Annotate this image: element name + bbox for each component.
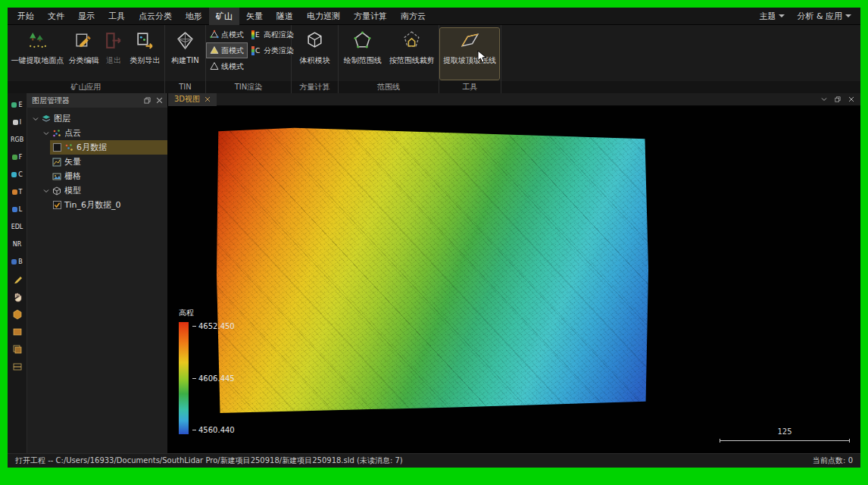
- extract-ground-points-button[interactable]: 一键提取地面点: [8, 27, 67, 81]
- slice-box-icon: [12, 361, 23, 372]
- tin-june-checkbox[interactable]: [53, 201, 61, 209]
- elevation-render-button[interactable]: E 高程渲染: [248, 27, 290, 42]
- strip-item-rgb[interactable]: RGB: [8, 132, 27, 148]
- viewport-3d[interactable]: 高程 4652.450 4606.445 4560.440 125: [168, 106, 860, 453]
- strip-label: EDL: [11, 224, 23, 230]
- box-tool-button-4[interactable]: [8, 358, 27, 374]
- tree-item-label: Tin_6月数据_0: [64, 199, 120, 211]
- strip-item-b[interactable]: B: [8, 254, 27, 270]
- class-render-label: 分类渲染: [264, 45, 294, 56]
- ribbon-group-tin-render: 点模式 面模式 线模式: [206, 25, 292, 93]
- theme-dropdown[interactable]: 主题: [759, 11, 785, 22]
- strip-label: L: [19, 206, 22, 213]
- strip-label: T: [19, 189, 23, 196]
- close-tab-icon[interactable]: [205, 96, 211, 102]
- strip-item-elevation[interactable]: E: [8, 97, 27, 113]
- status-project-path: 打开工程 -- C:/Users/16933/Documents/SouthLi…: [15, 455, 403, 466]
- tin-mesh-icon: [175, 30, 195, 52]
- class-render-button[interactable]: C 分类渲染: [248, 43, 290, 58]
- close-view-icon[interactable]: [848, 96, 854, 102]
- ribbon-filler: [501, 25, 860, 93]
- box-tool-button-1[interactable]: [8, 306, 27, 322]
- chevron-down-icon[interactable]: [42, 188, 49, 194]
- strip-item-f[interactable]: F: [8, 149, 27, 165]
- tree-item-raster[interactable]: 栅格: [27, 169, 167, 183]
- float-window-icon[interactable]: [835, 96, 841, 102]
- menu-item-start[interactable]: 开始: [11, 8, 41, 25]
- render-mode-strip: E I RGB F C T L EDL NR B: [8, 93, 27, 453]
- point-cloud-icon: [52, 129, 61, 138]
- menu-item-south-cloud[interactable]: 南方云: [394, 8, 432, 25]
- menu-item-volume-calc[interactable]: 方量计算: [347, 8, 394, 25]
- strip-item-intensity[interactable]: I: [8, 114, 27, 130]
- t-swatch-icon: [12, 189, 17, 195]
- tree-item-vector[interactable]: 矢量: [27, 155, 167, 169]
- point-mode-label: 点模式: [221, 30, 244, 40]
- strip-item-t[interactable]: T: [8, 184, 27, 200]
- chevron-down-icon[interactable]: [32, 116, 39, 122]
- strip-label: F: [19, 154, 23, 161]
- close-panel-icon[interactable]: [156, 97, 163, 104]
- menu-item-file[interactable]: 文件: [41, 8, 71, 25]
- menu-item-pointcloud-classify[interactable]: 点云分类: [132, 8, 179, 25]
- clip-by-boundary-button[interactable]: 按范围线裁剪: [386, 27, 438, 81]
- extract-ground-label: 一键提取地面点: [11, 55, 64, 66]
- scale-bar-line: [720, 439, 850, 443]
- chevron-down-icon[interactable]: [821, 96, 827, 102]
- classify-edit-button[interactable]: 分类编辑: [67, 27, 101, 81]
- menu-item-vector[interactable]: 矢量: [239, 8, 270, 25]
- menu-item-display[interactable]: 显示: [71, 8, 101, 25]
- tick-mark: [192, 326, 196, 327]
- strip-item-l[interactable]: L: [8, 202, 27, 217]
- tree-item-june-data[interactable]: 6月数据: [27, 140, 167, 155]
- legend-title: 高程: [179, 308, 235, 318]
- ribbon-group-label-mine-apps: 矿山应用: [8, 81, 164, 93]
- strip-item-classification[interactable]: C: [8, 167, 27, 183]
- application-window: 开始 文件 显示 工具 点云分类 地形 矿山 矢量 隧道 电力巡测 方量计算 南…: [8, 8, 860, 468]
- face-mode-button[interactable]: 面模式: [207, 43, 247, 58]
- menu-item-power-survey[interactable]: 电力巡测: [300, 8, 347, 25]
- menu-item-tools[interactable]: 工具: [101, 8, 132, 25]
- tick-mark: [192, 378, 196, 379]
- tree-item-tin-june[interactable]: Tin_6月数据_0: [27, 198, 167, 212]
- strip-label: E: [18, 102, 22, 108]
- polygon-clip-icon: [401, 30, 422, 52]
- strip-label: I: [20, 119, 21, 126]
- pan-tool-button[interactable]: [8, 289, 27, 305]
- classify-edit-label: 分类编辑: [69, 55, 99, 66]
- box-tool-button-3[interactable]: [8, 341, 27, 357]
- menu-item-mine[interactable]: 矿山: [209, 8, 239, 25]
- menu-item-tunnel[interactable]: 隧道: [270, 8, 300, 25]
- hand-icon: [12, 292, 23, 302]
- screen: { "colors": { "frame_green": "#00d300", …: [0, 0, 868, 485]
- build-tin-button[interactable]: 构建TIN: [166, 27, 205, 81]
- exit-label: 退出: [106, 55, 121, 66]
- june-data-checkbox[interactable]: [53, 143, 61, 152]
- raster-image-icon: [52, 172, 61, 181]
- tree-item-model[interactable]: 模型: [27, 183, 167, 198]
- tree-item-label: 栅格: [64, 171, 81, 182]
- line-mode-button[interactable]: 线模式: [207, 59, 247, 74]
- draw-boundary-button[interactable]: 绘制范围线: [339, 27, 386, 81]
- chevron-down-icon: [845, 14, 851, 17]
- export-icon: [135, 30, 155, 52]
- strip-item-edl[interactable]: EDL: [8, 219, 27, 235]
- extract-slope-lines-button[interactable]: 提取坡顶坡底线: [440, 28, 499, 80]
- class-export-label: 类别导出: [130, 55, 160, 66]
- tree-item-pointcloud[interactable]: 点云: [27, 126, 167, 140]
- tab-3d-view[interactable]: 3D视图: [168, 93, 217, 106]
- volume-module-button[interactable]: 体积模块: [292, 27, 337, 81]
- terrain-pointcloud-render[interactable]: [217, 125, 648, 413]
- exit-button: 退出: [101, 27, 126, 81]
- chevron-down-icon[interactable]: [42, 130, 49, 136]
- box-tool-button-2[interactable]: [8, 324, 27, 340]
- brush-tool-button[interactable]: [8, 271, 27, 287]
- analysis-apps-dropdown[interactable]: 分析 & 应用: [797, 11, 851, 22]
- float-panel-icon[interactable]: [144, 97, 151, 104]
- layer-panel-title: 图层管理器: [32, 95, 70, 106]
- tree-item-layers[interactable]: 图层: [27, 111, 167, 126]
- point-mode-button[interactable]: 点模式: [207, 27, 247, 42]
- menu-item-terrain[interactable]: 地形: [179, 8, 209, 25]
- strip-item-nr[interactable]: NR: [8, 236, 27, 252]
- class-export-button[interactable]: 类别导出: [126, 27, 164, 81]
